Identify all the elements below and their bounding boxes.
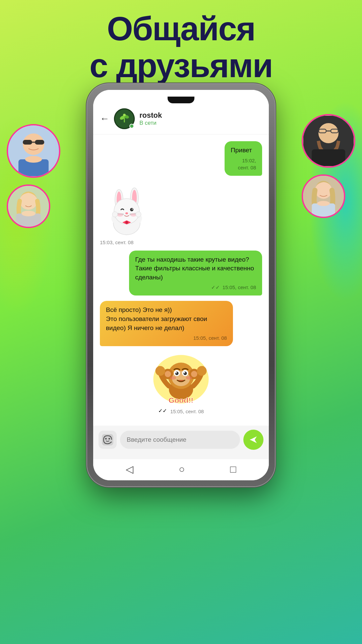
svg-point-58 [170,376,176,379]
svg-point-31 [114,199,139,224]
message-3: Где ты находишь такие крутые видео? Таки… [100,251,262,296]
svg-point-59 [186,376,192,379]
side-photos-right [302,114,355,218]
svg-point-43 [136,212,141,217]
svg-point-42 [112,212,118,217]
phone-outer: ← [87,84,275,486]
profile-photo-right-2 [302,174,345,218]
msg-time-3: ✓✓ 15:05, сент. 08 [135,284,256,291]
svg-rect-15 [326,130,331,131]
chat-input-bar [93,426,269,459]
svg-rect-16 [312,149,345,166]
bubble-sent-3: Где ты находишь такие крутые видео? Таки… [129,251,262,296]
svg-point-41 [125,221,128,224]
monkey-time-row: ✓✓ 15:05, сент. 08 [158,407,204,414]
nav-back-icon[interactable]: ◁ [126,463,133,475]
svg-rect-63 [201,366,204,373]
double-check-icon: ✓✓ [211,284,220,291]
svg-point-54 [175,372,178,375]
svg-point-67 [109,438,110,440]
message-input[interactable] [120,431,240,449]
svg-point-10 [21,211,35,216]
msg-time-1: 15:02, сент. 08 [231,157,256,171]
msg-text-1: Привет [231,147,252,154]
svg-point-6 [25,156,42,163]
title-line2: с друзьями [89,47,273,84]
msg-text-4: Всё просто) Это не я))Это пользователи з… [106,306,207,331]
svg-rect-61 [158,366,161,373]
svg-rect-5 [32,142,35,143]
svg-point-20 [317,201,330,206]
svg-point-66 [105,438,107,440]
svg-point-50 [191,371,197,377]
sticker-time-1: 15:03, сент. 08 [100,239,133,245]
bubble-received-4: Всё просто) Это не я))Это пользователи з… [100,301,233,346]
contact-info: rostok В сети [139,111,262,126]
back-button[interactable]: ← [100,113,109,124]
bubble-sent-1: Привет 15:02, сент. 08 [225,141,262,176]
chat-body: Привет 15:02, сент. 08 [93,135,269,426]
svg-point-55 [183,372,187,375]
phone-notch [168,97,194,103]
nav-home-icon[interactable]: ○ [179,464,185,475]
contact-name: rostok [139,111,262,120]
header-title: Общайся с друзьями [0,10,362,84]
svg-point-56 [175,372,177,373]
msg-time-4: 15:05, сент. 08 [106,334,227,341]
profile-photo-left-2 [7,184,50,228]
online-indicator [129,124,134,128]
contact-status: В сети [139,120,262,126]
phone-mockup: ← [87,84,275,486]
msg-text-3: Где ты находишь такие крутые видео? Таки… [135,256,254,281]
svg-point-25 [123,114,126,116]
phone-inner: ← [93,90,269,480]
monkey-check-icon: ✓✓ [158,408,167,414]
bunny-sticker [100,181,154,238]
message-5-sticker: Good!! ✓✓ 15:05, сент. 08 [100,352,262,414]
svg-point-34 [125,212,128,214]
svg-rect-4 [35,140,44,145]
monkey-sticker: Good!! [149,352,213,405]
svg-point-32 [130,208,133,211]
message-4: Всё просто) Это не я))Это пользователи з… [100,301,262,346]
message-1: Привет 15:02, сент. 08 [100,141,262,176]
avatar-container [114,108,135,129]
svg-point-39 [117,213,123,217]
svg-point-57 [184,372,185,373]
title-line1: Общайся [107,10,255,47]
profile-photo-left-1 [7,124,60,178]
svg-point-40 [130,213,136,217]
sticker-button[interactable] [99,431,117,449]
message-2-sticker: 15:03, сент. 08 [100,181,262,245]
nav-recent-icon[interactable]: □ [230,464,236,475]
profile-photo-right-1 [302,114,355,168]
nav-bar: ◁ ○ □ [93,459,269,480]
side-photos-left [7,124,60,228]
svg-point-48 [165,371,171,377]
svg-text:Good!!: Good!! [169,396,193,405]
svg-point-33 [132,209,133,210]
svg-rect-3 [23,140,32,145]
send-button[interactable] [243,430,263,450]
monkey-time: 15:05, сент. 08 [170,409,204,414]
